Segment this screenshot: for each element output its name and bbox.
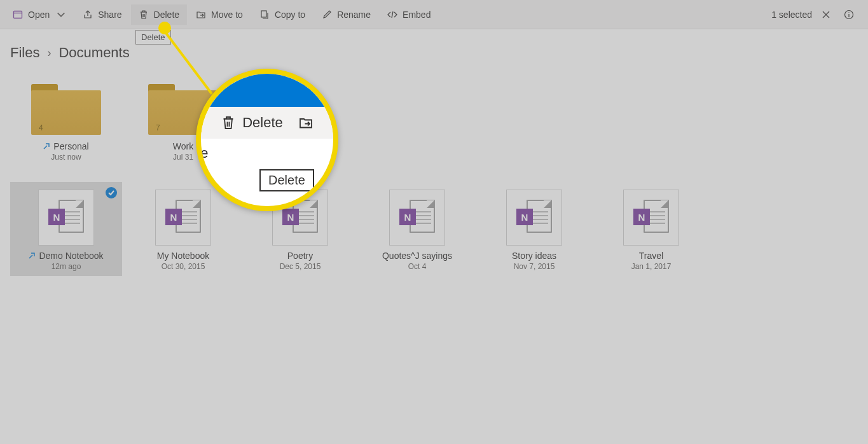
file-tile-my-notebook[interactable]: N My Notebook Oct 30, 2015 — [127, 182, 239, 276]
file-tile-demo-notebook[interactable]: N Demo Notebook 12m ago — [10, 182, 122, 276]
share-label: Share — [98, 10, 121, 20]
delete-tooltip: Delete — [135, 30, 171, 45]
svg-rect-0 — [14, 11, 22, 18]
onenote-icon: N — [38, 190, 94, 246]
rename-button[interactable]: Rename — [314, 4, 378, 25]
file-meta: Oct 4 — [408, 262, 427, 271]
chevron-right-icon: › — [47, 46, 51, 60]
move-to-label: Move to — [211, 10, 243, 20]
file-meta: Oct 30, 2015 — [162, 262, 205, 271]
embed-label: Embed — [403, 10, 431, 20]
copy-to-icon — [259, 10, 270, 20]
file-meta: Jan 1, 2017 — [631, 262, 672, 271]
open-label: Open — [28, 10, 50, 20]
onenote-icon: N — [389, 190, 445, 246]
trash-icon — [139, 10, 149, 20]
file-meta: 12m ago — [52, 262, 81, 271]
share-icon — [83, 10, 93, 20]
file-name: Demo Notebook — [29, 251, 103, 261]
folder-row: 4 Personal Just now 7 Work Jul 31 — [10, 71, 858, 167]
breadcrumb-root[interactable]: Files — [10, 45, 39, 61]
folder-count: 7 — [156, 123, 160, 132]
breadcrumb: Files › Documents — [0, 29, 868, 66]
command-bar-right: 1 selected — [771, 6, 863, 24]
command-bar: Open Share Delete Move to Copy to Rename… — [0, 0, 868, 29]
embed-icon — [387, 10, 397, 20]
onenote-icon: N — [506, 190, 562, 246]
close-icon — [822, 10, 830, 19]
selection-count: 1 selected — [771, 10, 812, 20]
breadcrumb-current[interactable]: Documents — [59, 45, 129, 61]
folder-icon: 7 — [148, 84, 218, 136]
files-row: N Demo Notebook 12m ago N My Notebook Oc… — [10, 182, 858, 276]
embed-button[interactable]: Embed — [380, 4, 438, 25]
file-tile-quotes[interactable]: N Quotes^J sayings Oct 4 — [361, 182, 473, 276]
share-button[interactable]: Share — [75, 4, 129, 25]
folder-name: Personal — [43, 141, 88, 151]
selected-check-icon — [106, 187, 117, 198]
info-icon — [844, 10, 854, 20]
file-meta: Nov 7, 2015 — [514, 262, 555, 271]
file-meta: Dec 5, 2015 — [280, 262, 321, 271]
svg-point-3 — [848, 11, 849, 12]
move-to-button[interactable]: Move to — [188, 4, 251, 25]
folder-meta: Jul 31 — [173, 153, 193, 162]
delete-label: Delete — [154, 10, 179, 20]
onenote-icon: N — [623, 190, 679, 246]
copy-to-label: Copy to — [275, 10, 305, 20]
folder-tile-personal[interactable]: 4 Personal Just now — [10, 71, 122, 167]
onenote-icon: N — [155, 190, 211, 246]
folder-name: Work — [173, 141, 193, 151]
folder-tile-work[interactable]: 7 Work Jul 31 — [127, 71, 239, 167]
rename-label: Rename — [337, 10, 371, 20]
folder-meta: Just now — [51, 153, 81, 162]
file-name: Poetry — [287, 251, 313, 261]
folder-count: 4 — [39, 123, 43, 132]
file-name: Story ideas — [512, 251, 556, 261]
shared-icon — [29, 251, 36, 261]
move-to-icon — [196, 10, 206, 20]
onenote-icon: N — [272, 190, 328, 246]
file-name: Quotes^J sayings — [382, 251, 452, 261]
open-icon — [13, 10, 23, 20]
file-tile-story-ideas[interactable]: N Story ideas Nov 7, 2015 — [478, 182, 590, 276]
copy-to-button[interactable]: Copy to — [252, 4, 313, 25]
folder-icon: 4 — [31, 84, 101, 136]
shared-icon — [43, 141, 51, 151]
file-name: My Notebook — [157, 251, 209, 261]
svg-rect-1 — [261, 11, 266, 17]
file-tile-travel[interactable]: N Travel Jan 1, 2017 — [595, 182, 707, 276]
delete-button[interactable]: Delete — [131, 4, 187, 25]
command-bar-left: Open Share Delete Move to Copy to Rename… — [5, 4, 438, 25]
file-grid: 4 Personal Just now 7 Work Jul 31 N Demo… — [0, 66, 868, 296]
clear-selection-button[interactable] — [817, 6, 835, 24]
open-button[interactable]: Open — [5, 4, 74, 25]
file-name: Travel — [639, 251, 663, 261]
file-tile-poetry[interactable]: N Poetry Dec 5, 2015 — [244, 182, 356, 276]
rename-icon — [322, 10, 332, 20]
info-button[interactable] — [840, 6, 858, 24]
chevron-down-icon — [56, 10, 66, 20]
